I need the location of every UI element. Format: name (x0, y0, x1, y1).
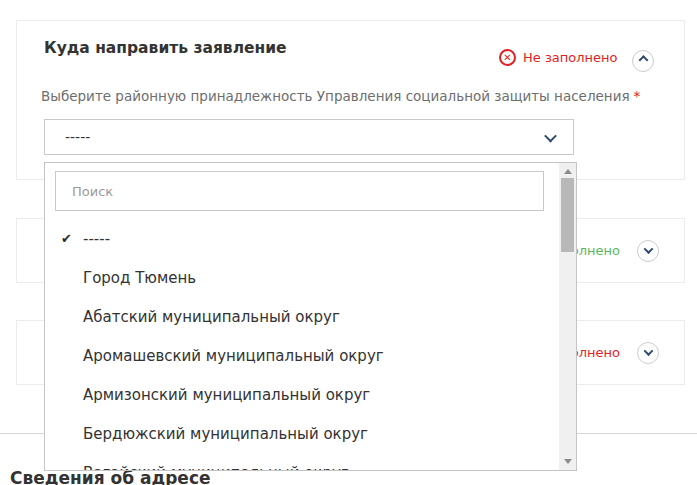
option-label: Абатский муниципальный округ (83, 308, 340, 326)
x-circle-icon: ✕ (499, 49, 516, 66)
expand-section-button[interactable] (637, 342, 659, 364)
scroll-down-button[interactable] (559, 454, 576, 469)
scroll-up-icon (564, 169, 572, 174)
status-badge-not-filled: ✕ Не заполнено (499, 49, 618, 66)
option-label: Аромашевский муниципальный округ (83, 347, 384, 365)
scroll-down-icon (564, 459, 572, 464)
application-form-page: Куда направить заявление ✕ Не заполнено … (0, 0, 697, 485)
dropdown-option[interactable]: ✔Город Тюмень (45, 258, 559, 297)
expand-section-button[interactable] (637, 240, 659, 262)
search-input[interactable] (55, 171, 544, 211)
scrollbar[interactable] (559, 163, 576, 470)
district-dropdown-panel: ✔-----✔Город Тюмень✔Абатский муниципальн… (44, 162, 577, 471)
scroll-up-button[interactable] (559, 164, 576, 179)
section-where-to-send: Куда направить заявление ✕ Не заполнено … (16, 20, 685, 180)
select-value: ----- (65, 129, 90, 145)
dropdown-option[interactable]: ✔Бердюжский муниципальный округ (45, 414, 559, 453)
field-label: Выберите районную принадлежность Управле… (41, 88, 640, 104)
scrollbar-thumb[interactable] (561, 178, 574, 252)
required-asterisk: * (634, 88, 641, 104)
chevron-down-icon (544, 129, 557, 142)
dropdown-option[interactable]: ✔----- (45, 219, 559, 258)
option-label: Армизонский муниципальный округ (83, 386, 370, 404)
option-label: Город Тюмень (83, 269, 196, 287)
option-label: Бердюжский муниципальный округ (83, 425, 368, 443)
check-icon: ✔ (61, 231, 76, 246)
options-list: ✔-----✔Город Тюмень✔Абатский муниципальн… (45, 219, 559, 471)
option-label: Вагайский муниципальный округ (83, 464, 349, 472)
dropdown-option[interactable]: ✔Абатский муниципальный округ (45, 297, 559, 336)
chevron-down-icon (643, 244, 653, 254)
dropdown-option[interactable]: ✔Аромашевский муниципальный округ (45, 336, 559, 375)
district-select[interactable]: ----- (44, 119, 574, 155)
chevron-up-icon (638, 55, 648, 65)
section-title: Куда направить заявление (44, 39, 287, 58)
chevron-down-icon (643, 346, 653, 356)
status-label: Не заполнено (523, 50, 618, 65)
dropdown-option[interactable]: ✔Вагайский муниципальный округ (45, 453, 559, 471)
collapse-section-button[interactable] (632, 50, 654, 72)
option-label: ----- (83, 230, 110, 248)
dropdown-option[interactable]: ✔Армизонский муниципальный округ (45, 375, 559, 414)
